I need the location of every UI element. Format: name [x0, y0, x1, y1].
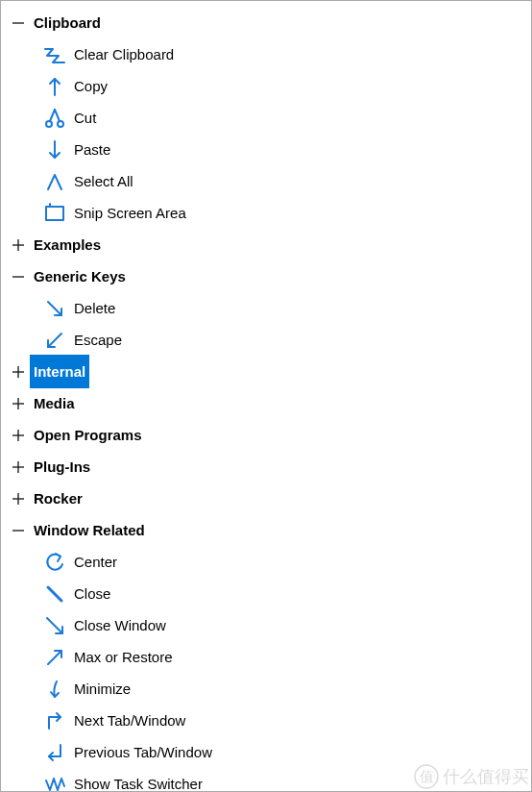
group-label[interactable]: Examples [30, 228, 105, 261]
item-label[interactable]: Paste [68, 134, 110, 165]
tree-item-close[interactable]: Close [7, 578, 531, 609]
arrow-down-icon [41, 138, 68, 161]
expand-icon[interactable] [7, 397, 30, 410]
svg-point-2 [46, 121, 52, 127]
expand-icon[interactable] [7, 429, 30, 442]
group-label[interactable]: Plug-Ins [30, 450, 94, 483]
arrow-diag-dr-icon [41, 297, 68, 320]
arrow-diag-dl-icon [41, 329, 68, 352]
tree-item-center[interactable]: Center [7, 546, 531, 578]
group-label[interactable]: Generic Keys [30, 260, 130, 293]
tree-group-window-related[interactable]: Window Related [7, 514, 531, 546]
tree-item-escape[interactable]: Escape [7, 324, 531, 356]
item-label[interactable]: Escape [68, 324, 122, 356]
item-label[interactable]: Next Tab/Window [68, 705, 185, 736]
tree-group-rocker[interactable]: Rocker [7, 483, 531, 514]
step-left-icon [41, 741, 68, 764]
item-label[interactable]: Center [68, 546, 117, 578]
tree-item-show-task-switcher[interactable]: Show Task Switcher [7, 768, 531, 792]
tree-group-generic-keys[interactable]: Generic Keys [7, 260, 531, 292]
collapse-icon[interactable] [7, 16, 30, 30]
group-label[interactable]: Rocker [30, 482, 86, 515]
expand-icon[interactable] [7, 460, 30, 474]
wave-icon [41, 773, 68, 793]
item-label[interactable]: Snip Screen Area [68, 197, 186, 229]
tree-item-delete[interactable]: Delete [7, 292, 531, 324]
tree-item-cut[interactable]: Cut [7, 102, 531, 134]
item-label[interactable]: Minimize [68, 673, 131, 705]
item-label[interactable]: Select All [68, 165, 133, 197]
svg-rect-5 [46, 207, 63, 220]
svg-line-11 [48, 334, 61, 347]
arrow-diag-dr-long-icon [41, 614, 68, 637]
item-label[interactable]: Copy [68, 70, 108, 102]
tree-item-select-all[interactable]: Select All [7, 165, 531, 197]
tree-group-open-programs[interactable]: Open Programs [7, 419, 531, 451]
svg-line-23 [48, 587, 61, 601]
group-label[interactable]: Internal [30, 355, 89, 388]
item-label[interactable]: Close Window [68, 609, 166, 641]
snip-rect-icon [41, 202, 68, 225]
tree-group-examples[interactable]: Examples [7, 229, 531, 260]
expand-icon[interactable] [7, 365, 30, 379]
action-tree-panel: ClipboardClear ClipboardCopyCutPasteSele… [0, 0, 532, 792]
scissors-loop-icon [41, 107, 68, 130]
arrow-diag-ur-icon [41, 646, 68, 669]
item-label[interactable]: Clear Clipboard [68, 38, 174, 70]
rotate-ccw-icon [41, 551, 68, 574]
tree-group-internal[interactable]: Internal [7, 356, 531, 387]
tree-item-copy[interactable]: Copy [7, 70, 531, 102]
item-label[interactable]: Close [68, 578, 110, 609]
collapse-icon[interactable] [7, 524, 30, 537]
expand-icon[interactable] [7, 238, 30, 252]
tree-group-clipboard[interactable]: Clipboard [7, 7, 531, 38]
step-right-icon [41, 709, 68, 732]
arrow-up-icon [41, 75, 68, 98]
expand-icon[interactable] [7, 492, 30, 506]
tree-item-snip-screen-area[interactable]: Snip Screen Area [7, 197, 531, 229]
tree-item-max-or-restore[interactable]: Max or Restore [7, 641, 531, 673]
group-label[interactable]: Window Related [30, 513, 149, 547]
svg-line-24 [47, 618, 62, 633]
arrow-down-curved-icon [41, 678, 68, 701]
item-label[interactable]: Max or Restore [68, 641, 173, 673]
tree-item-minimize[interactable]: Minimize [7, 673, 531, 705]
tree-group-plug-ins[interactable]: Plug-Ins [7, 451, 531, 483]
zigzag-icon [41, 43, 68, 66]
tree-item-clear-clipboard[interactable]: Clear Clipboard [7, 38, 531, 70]
item-label[interactable]: Cut [68, 102, 96, 134]
group-label[interactable]: Clipboard [30, 6, 105, 39]
svg-line-25 [48, 651, 61, 664]
tree-item-paste[interactable]: Paste [7, 134, 531, 165]
item-label[interactable]: Delete [68, 292, 115, 324]
group-label[interactable]: Media [30, 386, 79, 420]
slash-dr-icon [41, 582, 68, 606]
svg-point-3 [58, 121, 63, 127]
item-label[interactable]: Previous Tab/Window [68, 736, 212, 768]
collapse-icon[interactable] [7, 270, 30, 284]
tree-group-media[interactable]: Media [7, 387, 531, 419]
tree-item-next-tab-window[interactable]: Next Tab/Window [7, 705, 531, 736]
caret-up-icon [41, 170, 68, 193]
tree-item-close-window[interactable]: Close Window [7, 609, 531, 641]
item-label[interactable]: Show Task Switcher [68, 768, 203, 792]
tree-item-prev-tab-window[interactable]: Previous Tab/Window [7, 736, 531, 768]
svg-line-10 [48, 302, 61, 315]
group-label[interactable]: Open Programs [30, 418, 146, 452]
